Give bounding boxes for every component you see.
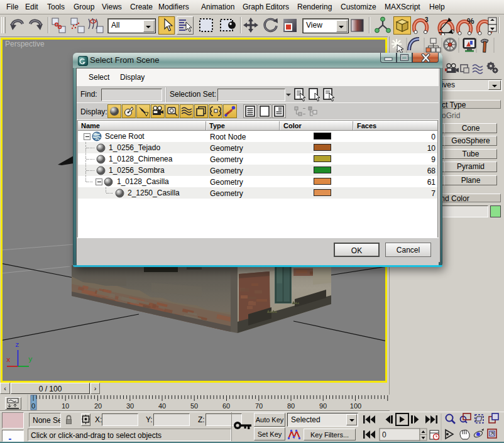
svg-text:%: % [467,16,474,26]
svg-text:90: 90 [319,402,327,410]
svg-text:30: 30 [126,402,134,410]
svg-text:0: 0 [382,430,386,439]
svg-text:0: 0 [31,402,35,410]
svg-text:20: 20 [94,402,102,410]
svg-text:80: 80 [287,402,295,410]
svg-text:60: 60 [222,402,230,410]
svg-text:3: 3 [425,16,429,23]
svg-text:40: 40 [158,402,166,410]
svg-text:70: 70 [255,402,263,410]
svg-text:x: x [6,356,11,364]
svg-text:10: 10 [62,402,69,410]
svg-text:y: y [28,356,33,363]
svg-text:z: z [15,341,19,349]
svg-text:100: 100 [350,402,361,410]
svg-text:50: 50 [190,402,198,410]
